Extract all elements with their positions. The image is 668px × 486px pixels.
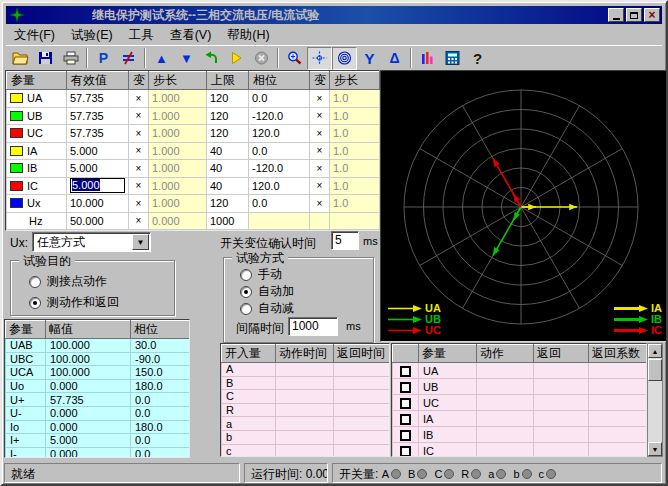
test-mode-option-1[interactable]: 自动加 [240,283,294,300]
param-value-cell[interactable]: 10.000 [67,195,129,213]
step-cell[interactable]: 1.0 [330,107,380,125]
menu-item-0[interactable]: 文件(F) [6,26,63,45]
step-cell[interactable]: 1.0 [330,160,380,178]
phase-cell[interactable]: 0.0 [249,142,310,160]
menu-item-3[interactable]: 查看(V) [162,26,220,45]
limit-cell[interactable]: 40 [207,160,249,178]
radio-circle[interactable] [240,269,252,281]
step-cell[interactable]: 1.000 [149,142,207,160]
pause-p-button[interactable]: P [91,47,116,70]
ux-mode-combobox[interactable]: 任意方式 ▼ [32,232,151,252]
step-up-button[interactable]: ▲ [149,47,174,70]
vary-toggle-cell[interactable]: × [129,195,149,213]
vary-toggle-cell[interactable]: × [129,177,149,195]
menu-item-1[interactable]: 试验(E) [63,26,121,45]
radio-circle[interactable] [240,303,252,315]
vary-toggle-cell[interactable]: × [129,90,149,108]
step-cell[interactable]: 1.000 [149,177,207,195]
param-value-cell[interactable]: 5.000 [67,160,129,178]
test-purpose-option-0[interactable]: 测接点动作 [29,273,107,290]
confirm-time-input[interactable]: 5 [331,231,359,250]
step-cell[interactable]: 1.000 [149,90,207,108]
limit-cell[interactable]: 40 [207,142,249,160]
value-edit-input[interactable]: 5.000 [70,178,125,193]
step-cell[interactable]: 1.0 [330,177,380,195]
start-button[interactable] [224,47,249,70]
limit-cell[interactable]: 120 [207,125,249,143]
limit-cell[interactable]: 40 [207,177,249,195]
help-button[interactable]: ? [465,47,490,70]
scroll-up-button[interactable]: ▲ [648,344,662,358]
phasor-slash-button[interactable] [116,47,141,70]
step-cell[interactable]: 1.0 [330,90,380,108]
param-value-cell[interactable]: 57.735 [67,107,129,125]
checkbox-UB[interactable] [400,382,411,393]
menu-item-2[interactable]: 工具 [121,26,162,45]
checkbox-IC[interactable] [400,446,411,457]
calculator-button[interactable] [440,47,465,70]
phase-cell[interactable]: 120.0 [249,125,310,143]
vary-toggle-cell[interactable]: × [310,90,330,108]
stop-button[interactable] [249,47,274,70]
undo-button[interactable] [199,47,224,70]
step-cell[interactable]: 1.0 [330,125,380,143]
delta-connection-button[interactable]: Δ [382,47,407,70]
param-value-cell[interactable]: 5.000 [67,177,129,195]
step-cell[interactable]: 1.000 [149,125,207,143]
bar-chart-button[interactable] [415,47,440,70]
step-down-button[interactable]: ▼ [174,47,199,70]
param-value-cell[interactable]: 5.000 [67,142,129,160]
crosshair-view-button[interactable] [307,47,332,70]
vary-toggle-cell[interactable]: × [310,177,330,195]
vary-toggle-cell[interactable]: × [310,195,330,213]
vary-toggle-cell[interactable]: × [310,125,330,143]
scroll-down-button[interactable]: ▼ [648,442,662,456]
step-cell[interactable]: 0.000 [149,212,207,230]
step-cell[interactable] [330,212,380,230]
phase-cell[interactable]: -120.0 [249,107,310,125]
test-purpose-option-1[interactable]: 测动作和返回 [29,294,119,311]
phase-cell[interactable] [249,212,310,230]
vertical-scrollbar[interactable]: ▲ ▼ [647,343,663,457]
vary-toggle-cell[interactable]: × [129,125,149,143]
phase-cell[interactable]: 0.0 [249,195,310,213]
vary-toggle-cell[interactable]: × [129,142,149,160]
checkbox-IB[interactable] [400,430,411,441]
print-button[interactable] [58,47,83,70]
step-cell[interactable]: 1.0 [330,142,380,160]
radio-circle[interactable] [29,297,41,309]
step-cell[interactable]: 1.0 [330,195,380,213]
limit-cell[interactable]: 120 [207,195,249,213]
step-cell[interactable]: 1.000 [149,160,207,178]
circle-view-button[interactable] [332,47,357,70]
interval-input[interactable]: 1000 [288,317,338,336]
param-value-cell[interactable]: 57.735 [67,90,129,108]
vary-toggle-cell[interactable]: × [129,107,149,125]
scrollbar-thumb[interactable] [648,359,662,381]
step-cell[interactable]: 1.000 [149,195,207,213]
vary-toggle-cell[interactable]: × [129,212,149,230]
phase-cell[interactable]: 120.0 [249,177,310,195]
vary-toggle-cell[interactable] [310,212,330,230]
checkbox-IA[interactable] [400,414,411,425]
close-button[interactable]: × [644,8,660,22]
vary-toggle-cell[interactable]: × [310,142,330,160]
step-cell[interactable]: 1.000 [149,107,207,125]
phase-cell[interactable]: -120.0 [249,160,310,178]
vary-toggle-cell[interactable]: × [310,107,330,125]
vary-toggle-cell[interactable]: × [310,160,330,178]
maximize-button[interactable] [626,8,642,22]
phase-cell[interactable]: 0.0 [249,90,310,108]
open-file-button[interactable] [8,47,33,70]
vary-toggle-cell[interactable]: × [129,160,149,178]
menu-item-4[interactable]: 帮助(H) [219,26,277,45]
checkbox-UA[interactable] [400,366,411,377]
limit-cell[interactable]: 120 [207,90,249,108]
test-mode-option-2[interactable]: 自动减 [240,300,294,317]
limit-cell[interactable]: 1000 [207,212,249,230]
save-button[interactable] [33,47,58,70]
radio-circle[interactable] [240,286,252,298]
radio-circle[interactable] [29,276,41,288]
combo-dropdown-button[interactable]: ▼ [132,234,149,250]
wye-connection-button[interactable]: Y [357,47,382,70]
